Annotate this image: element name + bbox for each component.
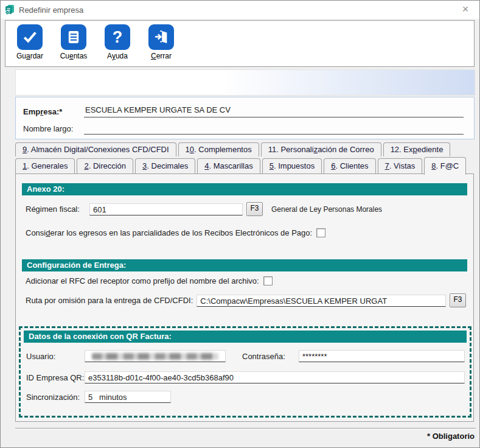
cerrar-label: Cerrar (151, 52, 172, 60)
toolbar: Guardar Cuentas ? Ayuda (5, 20, 475, 67)
tab-fc-active[interactable]: 8. F@C (424, 157, 466, 175)
cuentas-button[interactable]: Cuentas (57, 24, 91, 60)
qr-section-header: Datos de la conexión con QR Factura: (24, 331, 467, 343)
tab-generales[interactable]: 1. Generales (15, 158, 75, 173)
regimen-f3-button[interactable]: F3 (246, 202, 263, 216)
id-empresa-qr-label: ID Empresa QR: (26, 373, 85, 382)
regimen-fiscal-label: Régimen fiscal: (26, 205, 89, 214)
title-bar: Redefinir empresa × (1, 1, 479, 19)
qr-sinc-row: Sincronización: 5 minutos (26, 391, 171, 403)
tab-direccion[interactable]: 2. Dirección (77, 158, 133, 173)
qr-factura-box: Datos de la conexión con QR Factura: Usu… (19, 326, 471, 418)
sincronizacion-input[interactable]: 5 minutos (85, 391, 171, 403)
obligatorio-note: * Obligatorio (427, 432, 475, 441)
regimen-fiscal-row: Régimen fiscal: 601 F3 General de Ley Pe… (26, 202, 466, 216)
question-icon: ? (105, 24, 130, 50)
tab-almacen-digital[interactable]: 9. Almacén Digital/Conexiones CFD/CFDI (15, 142, 176, 156)
egresos-label: Considerar los egresos en las parcialida… (26, 228, 312, 237)
usuario-value-redacted (92, 353, 218, 360)
ruta-label: Ruta por omisión para la entrega de CFD/… (26, 296, 193, 305)
redefinir-empresa-window: Redefinir empresa × Guardar Cuentas ? (0, 0, 480, 448)
tab-mascarillas[interactable]: 4. Mascarillas (197, 158, 260, 173)
tab-clientes[interactable]: 6. Clientes (324, 158, 375, 173)
rfc-prefijo-checkbox[interactable] (263, 276, 273, 285)
usuario-input[interactable] (85, 350, 226, 362)
ruta-input[interactable]: C:\Compacw\Empresas\ESCUELA KEMPER URGAT (197, 295, 446, 307)
guardar-label: Guardar (16, 52, 43, 60)
check-icon (17, 24, 43, 50)
ruta-f3-button[interactable]: F3 (450, 293, 466, 307)
empresa-panel: Empresa:* ESCUELA KEMPER URGATE SA DE CV… (15, 97, 475, 139)
ruta-row: Ruta por omisión para la entrega de CFD/… (26, 293, 466, 307)
tab-decimales[interactable]: 3. Decimales (135, 158, 195, 173)
contrasena-label: Contraseña: (242, 352, 299, 361)
qr-id-row: ID Empresa QR: e353118b-d01c-4f00-ae40-3… (26, 371, 465, 383)
guardar-button[interactable]: Guardar (13, 24, 47, 60)
ayuda-label: Ayuda (107, 52, 128, 60)
entrega-section-header: Configuración de Entrega: (22, 259, 467, 271)
tab-control: 9. Almacén Digital/Conexiones CFD/CFDI 1… (15, 142, 475, 173)
app-icon (4, 4, 15, 15)
footer-separator (15, 428, 476, 429)
qr-credentials-row: Usuario: Contraseña: ******** (26, 350, 465, 362)
exit-door-icon (148, 24, 174, 50)
empresa-label: Empresa:* (23, 107, 84, 117)
sincronizacion-label: Sincronización: (26, 393, 85, 402)
rfc-prefijo-label: Adicionar el RFC del receptor como prefi… (26, 276, 259, 285)
nombre-largo-label: Nombre largo: (23, 124, 84, 135)
empresa-input[interactable]: ESCUELA KEMPER URGATE SA DE CV (84, 105, 464, 117)
tab-content-fc: Anexo 20: Régimen fiscal: 601 F3 General… (15, 173, 474, 422)
tab-personalizacion-correo[interactable]: 11. Personalización de Correo (261, 142, 381, 156)
anexo20-section-header: Anexo 20: (22, 183, 467, 195)
tab-expediente[interactable]: 12. Expediente (383, 142, 451, 156)
usuario-label: Usuario: (26, 352, 85, 361)
regimen-fiscal-input[interactable]: 601 (89, 203, 243, 215)
tab-impuestos[interactable]: 5. Impuestos (262, 158, 322, 173)
nombre-largo-input[interactable] (84, 122, 464, 135)
list-icon (61, 24, 86, 50)
egresos-row: Considerar los egresos en las parcialida… (26, 228, 466, 237)
rfc-prefijo-row: Adicionar el RFC del receptor como prefi… (26, 276, 466, 285)
window-title: Redefinir empresa (19, 5, 83, 15)
contrasena-input[interactable]: ******** (299, 350, 465, 362)
tab-vistas[interactable]: 7. Vistas (378, 158, 423, 173)
tab-complementos[interactable]: 10. Complementos (178, 142, 259, 156)
regimen-description: General de Ley Personas Morales (271, 205, 382, 214)
cerrar-button[interactable]: Cerrar (144, 24, 178, 60)
id-empresa-qr-input[interactable]: e353118b-d01c-4f00-ae40-3cd5b368af90 (85, 371, 465, 383)
egresos-checkbox[interactable] (316, 228, 325, 237)
close-icon[interactable]: × (455, 1, 476, 18)
ayuda-button[interactable]: ? Ayuda (100, 24, 134, 60)
header-banner (15, 69, 475, 96)
cuentas-label: Cuentas (60, 52, 88, 60)
